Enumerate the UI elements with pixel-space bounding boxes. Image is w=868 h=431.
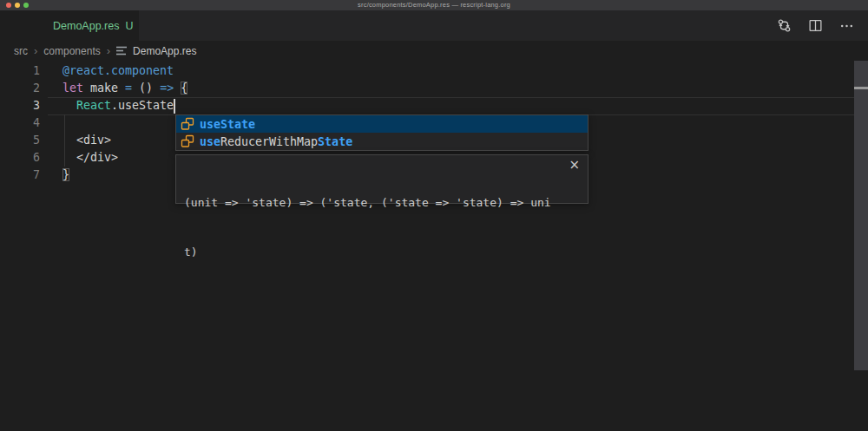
line-number: 4 [0,114,40,132]
code-token: React [76,99,111,112]
suggest-widget: useState useReducerWithMapState (unit =>… [175,114,589,204]
code-token: let [62,82,83,95]
symbol-value-icon [181,117,194,131]
editor-pane[interactable]: 1 @react.component 2 let make = () => { … [0,61,868,431]
ellipsis-icon [839,18,854,33]
overview-ruler-cursor-marker [854,87,868,89]
code-token: <div> [62,134,111,147]
chevron-right-icon: › [34,44,37,57]
titlebar: src/components/DemoApp.res — rescript-la… [0,0,868,10]
code-token: = [125,82,132,95]
suggest-label-match: State [318,135,352,148]
code-line[interactable]: 2 let make = () => { [0,80,854,97]
vscode-window: src/components/DemoApp.res — rescript-la… [0,0,868,431]
chevron-right-icon: › [107,44,110,57]
breadcrumb: src › components › DemoApp.res [0,41,868,61]
line-number: 3 [0,97,40,114]
type-signature-line: (unit => 'state) => ('state, ('state => … [184,194,562,211]
code-line[interactable]: 1 @react.component [0,62,854,80]
code-token: => [160,82,174,95]
split-editor-icon [808,18,823,33]
suggest-label-match: useState [200,118,255,131]
file-icon [116,46,128,56]
suggest-details-panel: (unit => 'state) => ('state, ('state => … [175,154,589,204]
line-number: 6 [0,149,40,167]
code-token: () [132,82,160,95]
code-token: .useState [111,99,174,112]
code-token [174,82,181,95]
text-cursor [174,99,175,114]
suggest-item-usestate[interactable]: useState [176,115,588,133]
line-number: 7 [0,167,40,184]
window-title: src/components/DemoApp.res — rescript-la… [0,1,868,9]
suggest-item-usereducerwithmapstate[interactable]: useReducerWithMapState [176,133,588,150]
breadcrumb-item-src[interactable]: src [14,45,28,57]
line-number: 2 [0,80,40,97]
code-line-active[interactable]: 3 React.useState [0,97,854,114]
more-actions-button[interactable] [837,16,856,36]
code-token: make [83,82,125,95]
tab-bar: DemoApp.res U [0,10,868,41]
tab-demoapp[interactable]: DemoApp.res U [0,10,139,41]
symbol-value-icon [181,134,194,148]
close-icon[interactable]: × [569,157,580,173]
git-status-badge: U [125,20,133,32]
line-number: 5 [0,132,40,149]
code-token: @react.component [62,64,174,77]
matched-bracket: { [181,82,187,95]
open-changes-button[interactable] [774,16,793,36]
breadcrumb-item-file[interactable]: DemoApp.res [133,45,196,57]
suggest-label-text: ReducerWithMap [220,135,318,148]
type-signature-line: t) [184,244,562,260]
code-token [62,99,76,112]
line-number: 1 [0,62,40,80]
tab-label: DemoApp.res [53,20,119,32]
split-editor-button[interactable] [806,16,825,36]
suggest-list: useState useReducerWithMapState [175,114,589,151]
compare-changes-icon [777,18,792,33]
suggest-label-match: use [200,135,220,148]
matched-bracket: } [62,168,69,181]
editor-actions [774,10,856,41]
code-token: </div> [62,151,118,164]
breadcrumb-item-components[interactable]: components [43,45,100,57]
vertical-scrollbar[interactable] [854,61,868,370]
